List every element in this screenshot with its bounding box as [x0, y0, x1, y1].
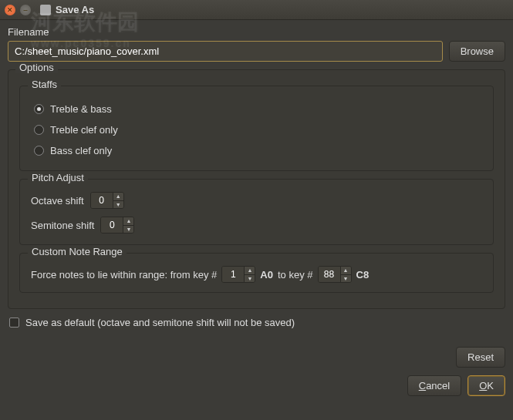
radio-label: Bass clef only [50, 145, 112, 156]
range-prefix: Force notes to lie within range: from ke… [31, 269, 217, 281]
cancel-button[interactable]: Cancel [407, 375, 461, 396]
spinner-down-icon[interactable]: ▼ [341, 275, 351, 283]
from-note: A0 [260, 269, 273, 281]
octave-shift-spinner[interactable]: ▲▼ [90, 192, 124, 209]
semitone-shift-spinner[interactable]: ▲▼ [100, 217, 134, 234]
range-mid: to key # [278, 269, 313, 281]
from-key-spinner[interactable]: ▲▼ [221, 266, 255, 283]
to-key-input[interactable] [319, 267, 340, 282]
radio-label: Treble clef only [50, 124, 118, 136]
radio-treble-bass[interactable]: Treble & bass [31, 99, 482, 119]
titlebar: ✕ – Save As [0, 0, 513, 20]
spinner-down-icon[interactable]: ▼ [123, 226, 133, 234]
to-note: C8 [356, 269, 370, 281]
pitch-adjust-group: Pitch Adjust Octave shift ▲▼ Semitone sh… [19, 179, 494, 245]
save-default-label: Save as default (octave and semitone shi… [25, 317, 295, 328]
spinner-up-icon[interactable]: ▲ [341, 267, 351, 275]
save-default-row[interactable]: Save as default (octave and semitone shi… [9, 317, 504, 328]
spinner-up-icon[interactable]: ▲ [123, 217, 133, 226]
radio-icon [34, 104, 44, 114]
spinner-up-icon[interactable]: ▲ [113, 193, 123, 201]
spinner-up-icon[interactable]: ▲ [245, 267, 255, 275]
custom-range-label: Custom Note Range [28, 246, 127, 257]
spinner-down-icon[interactable]: ▼ [245, 275, 255, 283]
to-key-spinner[interactable]: ▲▼ [318, 266, 352, 283]
radio-icon [34, 146, 44, 156]
dialog-content: Filename Browse Options Staffs Treble & … [0, 20, 513, 347]
document-icon [40, 5, 51, 15]
close-icon[interactable]: ✕ [5, 5, 15, 15]
reset-button[interactable]: Reset [456, 347, 505, 368]
radio-icon [34, 125, 44, 135]
window-controls: ✕ – [5, 5, 31, 15]
spinner-down-icon[interactable]: ▼ [113, 201, 123, 209]
radio-label: Treble & bass [50, 103, 112, 115]
semitone-shift-label: Semitone shift [31, 220, 94, 231]
semitone-shift-input[interactable] [101, 217, 123, 233]
pitch-adjust-label: Pitch Adjust [28, 172, 88, 183]
browse-button[interactable]: Browse [449, 41, 505, 62]
radio-treble-only[interactable]: Treble clef only [31, 119, 482, 140]
options-label: Options [15, 62, 58, 73]
custom-note-range-group: Custom Note Range Force notes to lie wit… [19, 253, 494, 293]
from-key-input[interactable] [222, 267, 244, 282]
staffs-group: Staffs Treble & bass Treble clef only [19, 86, 494, 171]
filename-label: Filename [8, 26, 505, 38]
radio-bass-only[interactable]: Bass clef only [31, 140, 482, 161]
ok-button[interactable]: OK [467, 375, 505, 396]
window-title: Save As [56, 4, 94, 15]
octave-shift-input[interactable] [91, 193, 113, 208]
filename-input[interactable] [8, 41, 443, 62]
octave-shift-label: Octave shift [31, 195, 84, 207]
options-group: Staffs Treble & bass Treble clef only [8, 69, 505, 309]
minimize-icon[interactable]: – [20, 5, 31, 15]
staffs-label: Staffs [28, 79, 61, 90]
checkbox-icon[interactable] [9, 318, 19, 328]
